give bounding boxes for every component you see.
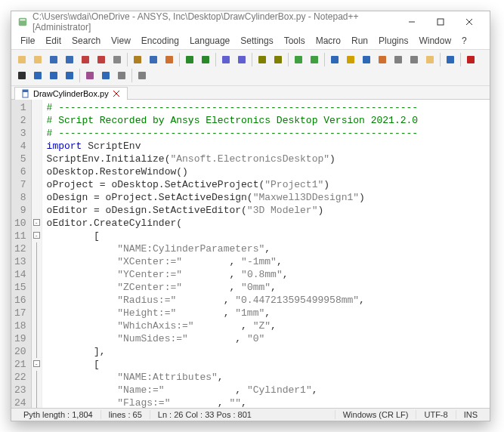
zoom-out-icon[interactable] [271, 52, 286, 67]
monitor-icon[interactable] [443, 52, 458, 67]
code-line[interactable]: "Name:=" , "Cylinder1", [47, 384, 485, 397]
all-chars-icon[interactable] [343, 52, 358, 67]
code-line[interactable]: "NAME:Attributes", [47, 371, 485, 384]
fold-toggle[interactable]: - [33, 219, 40, 226]
code-line[interactable]: # --------------------------------------… [47, 101, 485, 114]
save-all-icon[interactable] [62, 52, 77, 67]
toolbar-separator [79, 69, 80, 82]
new-file-icon[interactable] [14, 52, 29, 67]
more-icon[interactable] [135, 68, 150, 83]
code-line[interactable]: "ZCenter:=" , "0mm", [47, 281, 485, 294]
plugin-icon[interactable] [98, 68, 113, 83]
fold-toggle[interactable]: - [33, 360, 40, 367]
wrap-icon[interactable] [327, 52, 342, 67]
line-number: 14 [14, 268, 26, 281]
menu-[interactable]: ? [457, 34, 472, 48]
line-number-gutter: 1234567891011121314151617181920212223242… [11, 100, 32, 408]
code-line[interactable]: oEditor.CreateCylinder( [47, 217, 485, 230]
status-ins[interactable]: INS [456, 410, 485, 419]
code-line[interactable]: oDesktop.RestoreWindow() [47, 165, 485, 178]
menu-search[interactable]: Search [67, 34, 105, 48]
code-line[interactable]: ScriptEnv.Initialize("Ansoft.Electronics… [47, 153, 485, 165]
indent-guide-icon[interactable] [359, 52, 374, 67]
settings-icon[interactable] [114, 68, 129, 83]
toolbar [11, 49, 490, 86]
play-icon[interactable] [30, 68, 45, 83]
redo-icon[interactable] [198, 52, 213, 67]
doc-map-icon[interactable] [391, 52, 406, 67]
save-icon[interactable] [46, 52, 61, 67]
code-line[interactable]: [ [47, 358, 485, 371]
play-multi-icon[interactable] [46, 68, 61, 83]
svg-rect-31 [447, 56, 454, 63]
stop-icon[interactable] [14, 68, 29, 83]
svg-rect-1 [20, 20, 26, 21]
code-line[interactable]: oProject = oDesktop.SetActiveProject("Pr… [47, 178, 485, 191]
find-icon[interactable] [218, 52, 233, 67]
line-number: 20 [14, 345, 26, 358]
line-number: 24 [14, 397, 26, 408]
lang-icon[interactable] [375, 52, 390, 67]
editor[interactable]: 1234567891011121314151617181920212223242… [11, 100, 490, 408]
menu-run[interactable]: Run [347, 34, 373, 48]
code-line[interactable]: [ [47, 230, 485, 242]
open-file-icon[interactable] [30, 52, 45, 67]
code-line[interactable]: oEditor = oDesign.SetActiveEditor("3D Mo… [47, 204, 485, 217]
cut-icon[interactable] [130, 52, 145, 67]
line-number: 4 [14, 140, 26, 153]
toolbar-separator [460, 53, 461, 66]
menu-language[interactable]: Language [185, 34, 234, 48]
code-line[interactable]: "WhichAxis:=" , "Z", [47, 319, 485, 332]
copy-icon[interactable] [146, 52, 161, 67]
menu-settings[interactable]: Settings [236, 34, 277, 48]
menu-macro[interactable]: Macro [311, 34, 345, 48]
code-line[interactable]: "NAME:CylinderParameters", [47, 242, 485, 255]
file-tab[interactable]: DrawCylinderBox.py [14, 87, 128, 100]
close-all-icon[interactable] [94, 52, 109, 67]
svg-rect-0 [19, 18, 27, 26]
menubar: FileEditSearchViewEncodingLanguageSettin… [11, 32, 490, 49]
compare-icon[interactable] [82, 68, 97, 83]
menu-view[interactable]: View [107, 34, 135, 48]
status-encoding[interactable]: UTF-8 [416, 410, 456, 419]
menu-file[interactable]: File [16, 34, 39, 48]
code-line[interactable]: "Radius:=" , "0.447213595499958mm", [47, 294, 485, 307]
status-eol[interactable]: Windows (CR LF) [335, 410, 417, 419]
menu-tools[interactable]: Tools [280, 34, 310, 48]
replace-icon[interactable] [234, 52, 249, 67]
code-line[interactable]: "Height:=" , "1mm", [47, 307, 485, 319]
code-line[interactable]: # --------------------------------------… [47, 127, 485, 140]
undo-icon[interactable] [182, 52, 197, 67]
func-list-icon[interactable] [407, 52, 422, 67]
code-line[interactable]: oDesign = oProject.SetActiveDesign("Maxw… [47, 191, 485, 204]
folder-icon[interactable] [422, 52, 438, 67]
tab-close-button[interactable] [112, 89, 121, 98]
paste-icon[interactable] [162, 52, 177, 67]
minimize-button[interactable] [397, 13, 426, 31]
close-button[interactable] [455, 13, 484, 31]
menu-encoding[interactable]: Encoding [137, 34, 184, 48]
line-number: 17 [14, 307, 26, 319]
close-icon[interactable] [78, 52, 93, 67]
save-macro-icon[interactable] [62, 68, 77, 83]
sync-v-icon[interactable] [291, 52, 306, 67]
maximize-button[interactable] [426, 13, 455, 31]
print-icon[interactable] [110, 52, 125, 67]
code-line[interactable]: ], [47, 345, 485, 358]
menu-edit[interactable]: Edit [41, 34, 66, 48]
code-line[interactable]: import ScriptEnv [47, 140, 485, 153]
code-line[interactable]: # Script Recorded by Ansys Electronics D… [47, 114, 485, 127]
code-line[interactable]: "NumSides:=" , "0" [47, 332, 485, 345]
fold-toggle[interactable]: - [33, 232, 40, 239]
svg-rect-23 [311, 56, 318, 63]
fold-column[interactable]: --- [32, 100, 42, 408]
zoom-in-icon[interactable] [255, 52, 270, 67]
menu-plugins[interactable]: Plugins [374, 34, 413, 48]
record-icon[interactable] [463, 52, 478, 67]
menu-window[interactable]: Window [414, 34, 456, 48]
code-area[interactable]: # --------------------------------------… [42, 100, 490, 408]
code-line[interactable]: "XCenter:=" , "-1mm", [47, 255, 485, 268]
sync-h-icon[interactable] [307, 52, 322, 67]
code-line[interactable]: "Flags:=" , "", [47, 397, 485, 408]
code-line[interactable]: "YCenter:=" , "0.8mm", [47, 268, 485, 281]
